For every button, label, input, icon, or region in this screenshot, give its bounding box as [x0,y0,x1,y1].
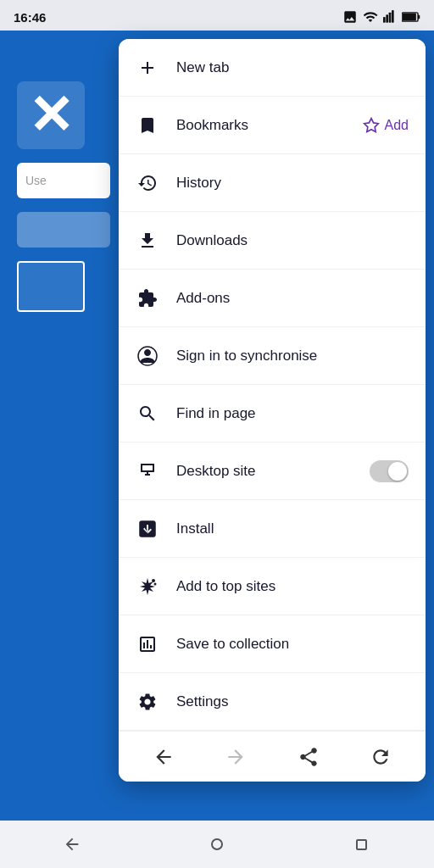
bg-password-field [17,212,110,248]
svg-rect-3 [392,10,394,23]
share-button[interactable] [290,738,327,776]
status-bar: 16:46 [0,0,434,31]
collection-icon [136,632,159,656]
wifi-icon [363,9,378,25]
menu-item-desktop-site[interactable]: Desktop site [119,442,426,500]
puzzle-icon [136,287,159,310]
bg-username-text: Use [25,174,47,187]
plus-icon [136,56,159,80]
menu-item-collection[interactable]: Save to collection [119,615,426,673]
svg-rect-1 [386,14,388,22]
add-label: Add [385,118,409,133]
bg-rect [17,261,85,312]
toggle-thumb [388,462,407,481]
menu-toolbar [119,731,426,782]
photo-icon [342,9,358,25]
star-spark-icon [136,575,159,598]
gear-icon [136,690,159,714]
bg-username-field: Use [17,163,110,198]
logo-area: ✕ [17,81,85,149]
svg-point-11 [152,579,155,582]
dropdown-menu: New tab Bookmarks Add History Downloads … [119,39,426,782]
menu-item-bookmarks[interactable]: Bookmarks Add [119,97,426,154]
svg-rect-0 [383,17,386,23]
android-nav-bar [0,821,434,868]
bookmark-icon [136,114,159,137]
search-icon [136,402,159,426]
find-label: Find in page [176,405,409,422]
svg-point-12 [154,582,157,585]
battery-icon [402,9,420,25]
menu-item-settings[interactable]: Settings [119,673,426,731]
clock-icon [136,171,159,195]
install-label: Install [176,520,409,537]
top-sites-label: Add to top sites [176,578,409,595]
menu-item-history[interactable]: History [119,154,426,212]
desktop-site-label: Desktop site [176,463,353,480]
signal-icon [383,9,397,25]
new-tab-label: New tab [176,59,409,76]
back-nav-button[interactable] [55,827,89,861]
status-time: 16:46 [14,10,46,25]
home-nav-button[interactable] [200,827,234,861]
menu-item-top-sites[interactable]: Add to top sites [119,558,426,615]
download-icon [136,229,159,253]
bookmarks-label: Bookmarks [176,117,346,134]
person-icon [136,344,159,368]
signin-label: Sign in to synchronise [176,348,409,364]
svg-rect-5 [418,15,420,19]
history-label: History [176,175,409,192]
menu-item-install[interactable]: ↓ Install [119,500,426,558]
menu-item-addons[interactable]: Add-ons [119,270,426,327]
svg-marker-7 [364,118,378,131]
settings-label: Settings [176,693,409,710]
menu-item-new-tab[interactable]: New tab [119,39,426,97]
recents-nav-button[interactable] [345,827,379,861]
install-icon: ↓ [136,517,159,541]
bookmarks-add[interactable]: Add [363,117,409,134]
downloads-label: Downloads [176,232,409,249]
desktop-site-toggle[interactable] [370,460,409,482]
monitor-icon [136,459,159,483]
menu-item-signin[interactable]: Sign in to synchronise [119,327,426,385]
collection-label: Save to collection [176,636,409,653]
refresh-button[interactable] [362,738,399,776]
svg-text:↓: ↓ [145,526,150,536]
logo-text: ✕ [28,88,74,142]
menu-item-downloads[interactable]: Downloads [119,212,426,270]
menu-item-find[interactable]: Find in page [119,385,426,442]
back-button[interactable] [145,738,182,776]
addons-label: Add-ons [176,290,409,307]
svg-rect-2 [389,13,392,23]
svg-rect-6 [403,14,416,21]
status-icons [342,9,420,25]
forward-button[interactable] [217,738,254,776]
